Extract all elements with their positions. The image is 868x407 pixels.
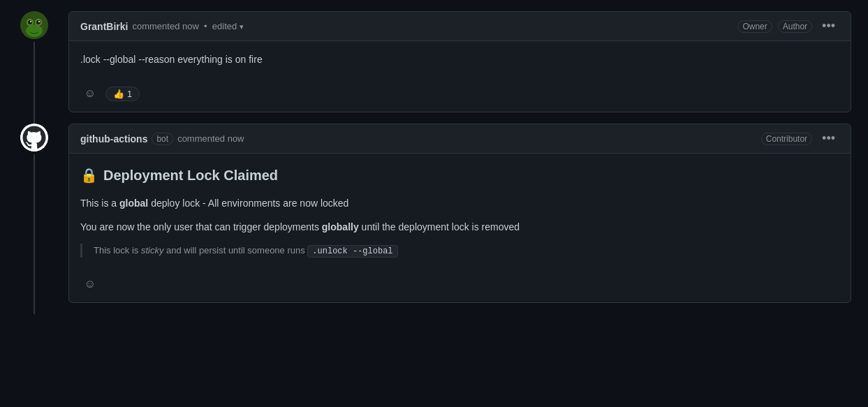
more-options-button-2[interactable]: ••• [818, 130, 839, 147]
add-reaction-button-1[interactable]: ☺ [80, 84, 100, 103]
thumbs-up-count: 1 [127, 89, 132, 99]
lock-icon: 🔒 [80, 165, 98, 186]
reaction-bar-1: ☺ 👍 1 [69, 78, 851, 112]
svg-point-3 [28, 20, 32, 24]
reaction-bar-2: ☺ [69, 269, 851, 302]
thumbs-up-reaction[interactable]: 👍 1 [105, 87, 140, 101]
comment-header-2: github-actions bot commented now Contrib… [69, 124, 851, 154]
header-badges-2: Contributor ••• [761, 130, 839, 147]
comment-text-1: .lock --global --reason everything is on… [80, 52, 839, 67]
svg-point-6 [38, 21, 40, 22]
author-name-1: GrantBirki [80, 21, 128, 32]
avatar-grant [20, 11, 48, 39]
more-options-button-1[interactable]: ••• [818, 17, 839, 35]
avatar-github-actions [20, 124, 48, 151]
badge-bot: bot [152, 133, 173, 145]
header-badges-1: Owner Author ••• [737, 17, 839, 35]
add-reaction-button-2[interactable]: ☺ [80, 274, 100, 294]
deployment-line-2: You are now the only user that can trigg… [80, 219, 839, 235]
blockquote-text: This lock is sticky and will persist unt… [94, 244, 839, 258]
avatar-col-1 [17, 11, 52, 124]
thread-line-1 [34, 42, 35, 124]
deployment-title: 🔒 Deployment Lock Claimed [80, 165, 839, 186]
comment-header-1: GrantBirki commented now • edited ▾ Owne… [69, 12, 851, 41]
svg-point-5 [30, 21, 31, 22]
blockquote-section: This lock is sticky and will persist unt… [80, 244, 839, 258]
avatar-col-2 [17, 124, 52, 314]
thumbs-up-emoji: 👍 [113, 89, 124, 99]
deployment-line-1: This is a global deploy lock - All envir… [80, 195, 839, 211]
badge-contributor: Contributor [761, 133, 812, 145]
badge-owner: Owner [737, 20, 772, 33]
code-inline: .unlock --global [307, 245, 397, 258]
thread-line-2 [34, 154, 35, 314]
comment-body-1: .lock --global --reason everything is on… [69, 41, 851, 78]
svg-point-7 [26, 24, 43, 37]
comment-box-1: GrantBirki commented now • edited ▾ Owne… [68, 11, 851, 112]
comment-thread-1: GrantBirki commented now • edited ▾ Owne… [17, 11, 851, 124]
comment-meta-2: commented now [177, 133, 244, 144]
svg-point-4 [36, 20, 41, 24]
comments-container: GrantBirki commented now • edited ▾ Owne… [0, 0, 868, 325]
comment-meta-1: commented now • edited ▾ [132, 21, 243, 31]
comment-box-2: github-actions bot commented now Contrib… [68, 124, 851, 303]
comment-body-2: 🔒 Deployment Lock Claimed This is a glob… [69, 154, 851, 269]
badge-author: Author [778, 20, 812, 33]
comment-content-1: GrantBirki commented now • edited ▾ Owne… [60, 11, 851, 124]
comment-content-2: github-actions bot commented now Contrib… [60, 124, 851, 314]
comment-thread-2: github-actions bot commented now Contrib… [17, 124, 851, 314]
author-name-2: github-actions [80, 133, 147, 145]
